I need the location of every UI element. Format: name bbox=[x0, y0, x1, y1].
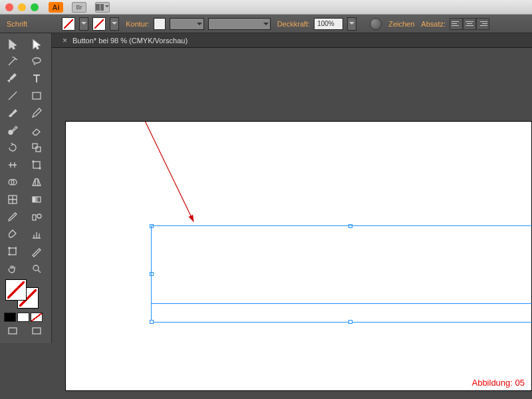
minimize-window-icon[interactable] bbox=[18, 3, 26, 11]
control-bar: Schrift Kontur: Deckkraft: 100% Zeichen … bbox=[0, 15, 532, 33]
absatz-link[interactable]: Absatz: bbox=[421, 20, 446, 28]
svg-rect-6 bbox=[33, 162, 40, 168]
perspective-tool[interactable] bbox=[25, 174, 48, 190]
zoom-tool[interactable] bbox=[25, 261, 48, 277]
artboard-tool[interactable] bbox=[1, 243, 24, 259]
fill-stroke-indicator[interactable] bbox=[3, 279, 49, 310]
zeichen-link[interactable]: Zeichen bbox=[388, 20, 414, 28]
document-tab[interactable]: × Button* bei 98 % (CMYK/Vorschau) bbox=[56, 33, 194, 47]
close-icon[interactable]: × bbox=[63, 36, 67, 45]
width-tool[interactable] bbox=[1, 157, 24, 173]
free-transform-tool[interactable] bbox=[25, 157, 48, 173]
svg-line-19 bbox=[98, 122, 194, 221]
graph-tool[interactable] bbox=[25, 226, 48, 242]
color-mode-solid[interactable] bbox=[4, 313, 16, 322]
fill-box[interactable] bbox=[5, 279, 27, 301]
opacity-dropdown[interactable] bbox=[347, 17, 356, 31]
stroke-profile-dropdown[interactable] bbox=[208, 18, 271, 30]
change-screen-mode[interactable] bbox=[25, 323, 48, 339]
stroke-weight-field[interactable] bbox=[154, 18, 166, 30]
blob-brush-tool[interactable] bbox=[1, 122, 24, 138]
figure-caption: Abbildung: 05 bbox=[471, 378, 525, 388]
fill-swatch[interactable] bbox=[62, 17, 75, 31]
hand-tool[interactable] bbox=[1, 261, 24, 277]
shape-builder-tool[interactable] bbox=[1, 174, 24, 190]
svg-point-8 bbox=[39, 168, 41, 169]
pen-tool[interactable] bbox=[1, 70, 24, 86]
color-mode-row bbox=[4, 313, 47, 322]
window-title-bar: Ai Br bbox=[0, 0, 532, 15]
app-icon: Ai bbox=[49, 2, 63, 13]
align-center-button[interactable] bbox=[463, 18, 476, 30]
svg-rect-17 bbox=[9, 328, 17, 334]
document-window: Abbildung: 05 bbox=[52, 48, 532, 399]
svg-rect-12 bbox=[33, 197, 41, 202]
svg-rect-0 bbox=[96, 4, 100, 11]
fill-dropdown[interactable] bbox=[79, 17, 88, 31]
paintbrush-tool[interactable] bbox=[1, 105, 24, 121]
recolor-artwork-icon[interactable] bbox=[370, 18, 382, 30]
tools-panel bbox=[0, 33, 52, 343]
screen-mode-normal[interactable] bbox=[1, 323, 24, 339]
color-mode-gradient[interactable] bbox=[17, 313, 29, 322]
opacity-field[interactable]: 100% bbox=[314, 18, 343, 30]
svg-point-14 bbox=[37, 214, 41, 218]
artboard[interactable]: Abbildung: 05 bbox=[65, 121, 532, 391]
stroke-weight-dropdown[interactable] bbox=[170, 18, 204, 30]
paragraph-align-group bbox=[450, 18, 489, 30]
eyedropper-tool[interactable] bbox=[1, 209, 24, 225]
svg-rect-2 bbox=[33, 92, 41, 99]
document-tab-bar: × Button* bei 98 % (CMYK/Vorschau) bbox=[0, 33, 532, 48]
selection-tool[interactable] bbox=[1, 36, 24, 52]
align-right-button[interactable] bbox=[476, 18, 489, 30]
deckkraft-label[interactable]: Deckkraft: bbox=[277, 20, 311, 28]
svg-rect-18 bbox=[33, 328, 41, 334]
selected-object[interactable] bbox=[151, 225, 532, 304]
mesh-tool[interactable] bbox=[1, 192, 24, 207]
rectangle-tool[interactable] bbox=[25, 88, 48, 104]
svg-rect-5 bbox=[36, 147, 41, 152]
close-window-icon[interactable] bbox=[5, 3, 13, 11]
svg-rect-4 bbox=[33, 144, 37, 148]
gradient-tool[interactable] bbox=[25, 192, 48, 207]
rotate-tool[interactable] bbox=[1, 140, 24, 156]
svg-rect-1 bbox=[100, 4, 104, 11]
blend-tool[interactable] bbox=[25, 209, 48, 225]
svg-rect-13 bbox=[33, 215, 36, 220]
color-mode-none[interactable] bbox=[31, 313, 43, 322]
lasso-tool[interactable] bbox=[25, 53, 48, 69]
maximize-window-icon[interactable] bbox=[31, 3, 39, 11]
direct-selection-tool[interactable] bbox=[25, 36, 48, 52]
line-tool[interactable] bbox=[1, 88, 24, 104]
svg-point-7 bbox=[33, 161, 34, 162]
workspace-switcher[interactable] bbox=[95, 2, 110, 13]
pencil-tool[interactable] bbox=[25, 105, 48, 121]
magic-wand-tool[interactable] bbox=[1, 53, 24, 69]
slice-tool[interactable] bbox=[25, 243, 48, 259]
stroke-dropdown[interactable] bbox=[110, 17, 119, 31]
align-left-button[interactable] bbox=[450, 18, 463, 30]
schrift-label[interactable]: Schrift bbox=[7, 20, 27, 28]
kontur-label[interactable]: Kontur: bbox=[126, 20, 149, 28]
eraser-tool[interactable] bbox=[25, 122, 48, 138]
document-title: Button* bei 98 % (CMYK/Vorschau) bbox=[72, 37, 188, 45]
svg-rect-15 bbox=[9, 248, 16, 255]
scale-tool[interactable] bbox=[25, 140, 48, 156]
stroke-swatch[interactable] bbox=[92, 17, 106, 31]
symbol-sprayer-tool[interactable] bbox=[1, 226, 24, 242]
bridge-button[interactable]: Br bbox=[72, 2, 86, 13]
type-tool[interactable] bbox=[25, 70, 48, 86]
svg-point-16 bbox=[33, 265, 39, 271]
